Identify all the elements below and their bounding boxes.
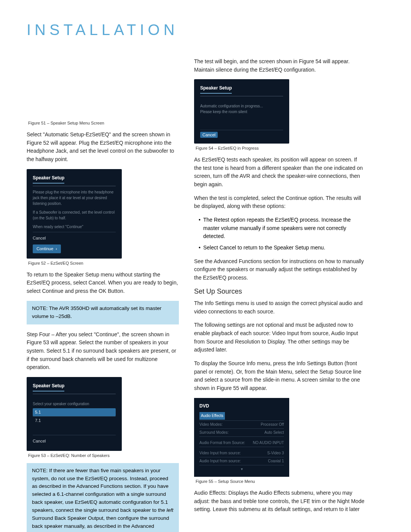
note2-body-b: Surround Back Speaker Output, then confi… (32, 515, 169, 532)
paragraph-audio-effects: Audio Effects: Displays the Audio Effect… (194, 489, 365, 514)
fig54-line1: Automatic configuration in progress... (200, 103, 283, 109)
fig52-line2: If a Subwoofer is connected, set the lev… (33, 209, 116, 221)
fig52-line1: Please plug the microphone into the head… (33, 189, 116, 206)
content-columns: Figure 51 – Speaker Setup Menu Screen Se… (27, 58, 384, 532)
fig54-line2: Please keep the room silent (200, 109, 283, 115)
paragraph-info-settings: The Info Settings menu is used to assign… (194, 299, 365, 316)
paragraph-display-source: To display the Source Info menu, press t… (194, 359, 365, 393)
left-column: Figure 51 – Speaker Setup Menu Screen Se… (27, 58, 179, 532)
fig52-continue: Continue › (33, 244, 61, 253)
fig54-header: Speaker Setup (200, 85, 232, 94)
fig55-videoin-val: S-Video 3 (267, 450, 284, 456)
fig55-audio-effects: Audio Effects (199, 412, 225, 420)
audio-effects-lead: Audio Effects: (194, 490, 227, 496)
fig55-audiofmt-label: Audio Format from Source: (199, 440, 245, 446)
manual-page: INSTALLATION Figure 51 – Speaker Setup M… (0, 0, 411, 532)
bullet-retest: The Retest option repeats the EzSet/EQ p… (199, 216, 365, 241)
note1-lead: NOTE: (32, 305, 48, 311)
fig55-surround-label: Surround Modes: (199, 430, 229, 436)
note2-lead: NOTE: (32, 468, 48, 473)
paragraph-test-complete: When the test is completed, select the C… (194, 194, 365, 211)
options-list: The Retest option repeats the EzSet/EQ p… (194, 216, 365, 252)
fig52-screen: Speaker Setup Please plug the microphone… (27, 169, 122, 259)
fig53-opt-51: 5.1 (33, 408, 116, 416)
fig55-videoin-label: Video Input from source: (199, 450, 241, 456)
figure-51-placeholder (27, 58, 179, 118)
figure-54: Speaker Setup Automatic configuration in… (194, 79, 365, 144)
note-master-volume: NOTE: The AVR 3550HD will automatically … (27, 301, 179, 324)
fig53-cancel: Cancel (33, 437, 46, 446)
fig55-video-modes-val: Processor Off (261, 422, 284, 428)
figure-53-caption: Figure 53 – EzSet/EQ: Number of Speakers (28, 453, 179, 458)
fig55-surround-val: Auto Select (264, 430, 284, 436)
figure-55: DVD Audio Effects Video Modes:Processor … (194, 398, 365, 477)
fig53-screen: Speaker Setup Select your speaker config… (27, 377, 122, 451)
paragraph-return: To return to the Speaker Setup menu with… (27, 271, 179, 296)
figure-53: Speaker Setup Select your speaker config… (27, 377, 179, 451)
fig55-video-modes-label: Video Modes: (199, 422, 223, 428)
heading-setup-sources: Set Up Sources (194, 288, 365, 296)
figure-51-caption: Figure 51 – Speaker Setup Menu Screen (28, 121, 179, 125)
figure-52: Speaker Setup Please plug the microphone… (27, 169, 179, 259)
note1-body: The AVR 3550HD will automatically set it… (32, 305, 161, 319)
note-fewer-speakers: NOTE: If there are fewer than five main … (27, 463, 179, 532)
fig53-prompt: Select your speaker configuration (33, 401, 116, 407)
fig52-cancel: Cancel (33, 234, 46, 243)
paragraph-ezset-tests: As EzSet/EQ tests each speaker, its posi… (194, 156, 365, 189)
fig55-audioin-label: Audio Input from source: (199, 458, 241, 464)
fig55-screen: DVD Audio Effects Video Modes:Processor … (194, 398, 289, 477)
fig55-scroll-arrow: ▾ (199, 466, 284, 472)
fig53-opt-71: 7.1 (33, 416, 116, 425)
note2-left-word: left (166, 507, 173, 513)
step4-lead: Step Four – (27, 331, 54, 337)
fig55-audioin-val: Coaxial 1 (268, 458, 284, 464)
paragraph-advanced: See the Advanced Functions section for i… (194, 257, 365, 282)
fig52-header: Speaker Setup (33, 174, 64, 184)
fig52-line3: When ready select "Continue" (33, 224, 116, 230)
figure-55-caption: Figure 55 – Setup Source Menu (196, 479, 365, 484)
note2-body-a: If there are fewer than five main speake… (32, 468, 169, 513)
figure-54-caption: Figure 54 – EzSet/EQ in Progress (196, 146, 365, 150)
paragraph-not-optional: The following settings are not optional … (194, 321, 365, 354)
figure-52-caption: Figure 52 – EzSet/EQ Screen (28, 261, 179, 265)
paragraph-step4: Step Four – After you select "Continue",… (27, 331, 179, 372)
fig54-cancel: Cancel (200, 132, 218, 138)
fig53-header: Speaker Setup (33, 382, 64, 391)
fig54-screen: Speaker Setup Automatic configuration in… (194, 79, 289, 144)
right-column: The test will begin, and the screen show… (194, 58, 365, 532)
fig52-footer: Cancel Continue › (33, 232, 116, 253)
paragraph-select-auto: Select "Automatic Setup-EzSet/EQ" and th… (27, 131, 179, 164)
bullet-cancel: Select Cancel to return to the Speaker S… (199, 244, 365, 252)
fig55-title: DVD (199, 403, 284, 410)
fig55-audiofmt-val: NO AUDIO INPUT (253, 440, 284, 446)
paragraph-test-begin: The test will begin, and the screen show… (194, 58, 365, 74)
page-title: INSTALLATION (27, 21, 384, 38)
